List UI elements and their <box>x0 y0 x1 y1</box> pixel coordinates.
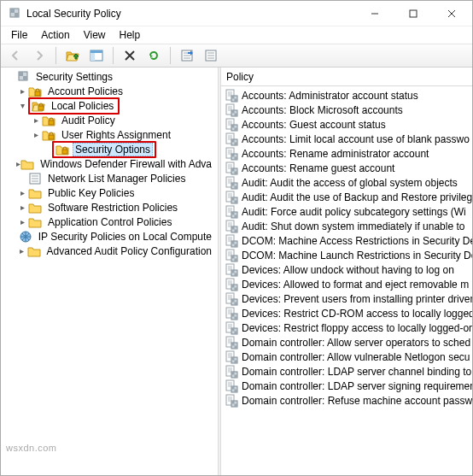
menu-file[interactable]: File <box>4 27 34 43</box>
properties-button[interactable] <box>201 46 220 65</box>
policy-item[interactable]: Domain controller: LDAP server signing r… <box>221 379 472 393</box>
policy-item[interactable]: Audit: Audit the use of Backup and Resto… <box>221 190 472 204</box>
menu-action[interactable]: Action <box>34 27 76 43</box>
policy-label: Audit: Force audit policy subcategory se… <box>242 206 466 218</box>
refresh-button[interactable] <box>144 46 163 65</box>
svg-rect-18 <box>410 10 417 17</box>
back-button[interactable] <box>6 46 25 65</box>
policy-item[interactable]: Accounts: Administrator account status <box>221 88 472 103</box>
export-list-button[interactable] <box>178 46 196 65</box>
policy-label: Accounts: Rename administrator account <box>242 148 429 160</box>
policy-label: DCOM: Machine Launch Restrictions in Sec… <box>242 250 472 262</box>
policy-item[interactable]: Domain controller: Refuse machine accoun… <box>221 393 472 408</box>
up-button[interactable] <box>63 46 82 65</box>
chevron-right-icon[interactable]: ▸ <box>16 187 28 199</box>
chevron-right-icon[interactable]: ▸ <box>16 216 28 228</box>
chevron-right-icon[interactable]: ▸ <box>16 85 28 97</box>
toolbar-separator <box>113 47 114 64</box>
policy-label: Domain controller: Allow vulnerable Netl… <box>242 351 470 363</box>
policy-item[interactable]: Domain controller: Allow server operator… <box>221 335 472 350</box>
minimize-button[interactable] <box>355 1 394 26</box>
tree-account-policies[interactable]: ▸ Account Policies <box>3 84 218 98</box>
chevron-right-icon[interactable]: ▸ <box>16 245 27 257</box>
policy-item[interactable]: Audit: Force audit policy subcategory se… <box>221 204 472 219</box>
policy-item[interactable]: Devices: Restrict floppy access to local… <box>221 320 472 335</box>
window-title: Local Security Policy <box>26 8 355 20</box>
maximize-button[interactable] <box>394 1 432 26</box>
tree-pane: Security Settings ▸ Account Policies ▾ L… <box>1 68 218 475</box>
policy-label: Accounts: Guest account status <box>242 119 386 131</box>
tree-ipsec[interactable]: IP Security Policies on Local Compute <box>3 229 218 244</box>
tree-label: Security Options <box>73 143 153 156</box>
policy-item[interactable]: Devices: Restrict CD-ROM access to local… <box>221 306 472 320</box>
tree-label: Software Restriction Policies <box>45 202 180 214</box>
tree-acp[interactable]: ▸ Application Control Policies <box>3 214 218 229</box>
policy-label: Domain controller: LDAP server signing r… <box>242 380 472 392</box>
policy-item[interactable]: Accounts: Rename administrator account <box>221 146 472 161</box>
policy-label: Devices: Allow undock without having to … <box>242 264 454 276</box>
tree-security-options[interactable]: Security Options <box>3 142 218 156</box>
folder-lock-icon <box>42 114 55 127</box>
policy-item[interactable]: Domain controller: LDAP server channel b… <box>221 364 472 379</box>
tree-user-rights[interactable]: ▸ User Rights Assignment <box>3 127 218 142</box>
tree-firewall[interactable]: ▸ Windows Defender Firewall with Adva <box>3 156 218 171</box>
policy-label: Devices: Prevent users from installing p… <box>242 293 472 305</box>
policy-icon <box>225 307 238 320</box>
policy-item[interactable]: Accounts: Limit local account use of bla… <box>221 132 472 146</box>
column-header-policy[interactable]: Policy <box>221 68 472 86</box>
folder-icon <box>27 244 41 258</box>
tree-label: Security Settings <box>33 71 115 83</box>
delete-button[interactable] <box>120 46 139 65</box>
app-icon <box>8 7 21 21</box>
policy-icon <box>225 336 238 350</box>
close-button[interactable] <box>432 1 470 26</box>
policy-label: Accounts: Block Microsoft accounts <box>242 104 403 116</box>
policy-item[interactable]: Devices: Allowed to format and eject rem… <box>221 277 472 291</box>
chevron-right-icon[interactable]: ▸ <box>30 115 42 126</box>
list-scroll[interactable]: Accounts: Administrator account statusAc… <box>221 86 472 475</box>
tree-nlm[interactable]: Network List Manager Policies <box>3 171 218 185</box>
tree-pkp[interactable]: ▸ Public Key Policies <box>3 185 218 200</box>
svg-rect-23 <box>91 53 95 61</box>
policy-item[interactable]: Audit: Audit the access of global system… <box>221 175 472 190</box>
tree-aapc[interactable]: ▸ Advanced Audit Policy Configuration <box>3 244 218 258</box>
folder-icon <box>28 201 42 214</box>
tree-audit-policy[interactable]: ▸ Audit Policy <box>3 113 218 127</box>
policy-item[interactable]: Audit: Shut down system immediately if u… <box>221 219 472 233</box>
globe-icon <box>19 230 32 244</box>
policy-item[interactable]: Devices: Allow undock without having to … <box>221 262 472 277</box>
policy-item[interactable]: Accounts: Block Microsoft accounts <box>221 103 472 117</box>
policy-item[interactable]: Accounts: Guest account status <box>221 117 472 132</box>
policy-item[interactable]: Accounts: Rename guest account <box>221 161 472 175</box>
policy-item[interactable]: DCOM: Machine Launch Restrictions in Sec… <box>221 248 472 262</box>
chevron-right-icon[interactable]: ▸ <box>30 129 42 141</box>
show-hide-tree-button[interactable] <box>87 46 106 65</box>
highlight-local-policies: Local Policies <box>28 97 120 115</box>
chevron-icon <box>16 173 28 185</box>
tree-label: Windows Defender Firewall with Adva <box>38 158 214 170</box>
tree-label: User Rights Assignment <box>59 129 173 141</box>
chevron-down-icon[interactable]: ▾ <box>16 100 28 112</box>
policy-icon <box>225 162 238 175</box>
policy-icon <box>225 394 238 408</box>
policy-label: Domain controller: Allow server operator… <box>242 337 470 349</box>
policy-label: Devices: Allowed to format and eject rem… <box>242 279 469 291</box>
menu-view[interactable]: View <box>77 27 113 43</box>
tree-local-policies[interactable]: ▾ Local Policies <box>3 98 218 113</box>
policy-icon <box>225 379 238 393</box>
forward-button[interactable] <box>30 46 49 65</box>
tree-scroll[interactable]: Security Settings ▸ Account Policies ▾ L… <box>1 68 218 475</box>
policy-icon <box>225 234 238 248</box>
folder-icon <box>28 186 42 200</box>
menu-help[interactable]: Help <box>113 27 148 43</box>
policy-item[interactable]: Domain controller: Allow vulnerable Netl… <box>221 350 472 364</box>
policy-label: Devices: Restrict floppy access to local… <box>242 322 472 334</box>
policy-icon <box>225 220 238 233</box>
tree-srp[interactable]: ▸ Software Restriction Policies <box>3 200 218 214</box>
chevron-icon <box>4 71 16 83</box>
policy-label: Audit: Audit the use of Backup and Resto… <box>242 191 472 203</box>
chevron-right-icon[interactable]: ▸ <box>16 202 28 214</box>
policy-item[interactable]: Devices: Prevent users from installing p… <box>221 291 472 306</box>
policy-item[interactable]: DCOM: Machine Access Restrictions in Sec… <box>221 233 472 248</box>
tree-root[interactable]: Security Settings <box>3 69 218 84</box>
